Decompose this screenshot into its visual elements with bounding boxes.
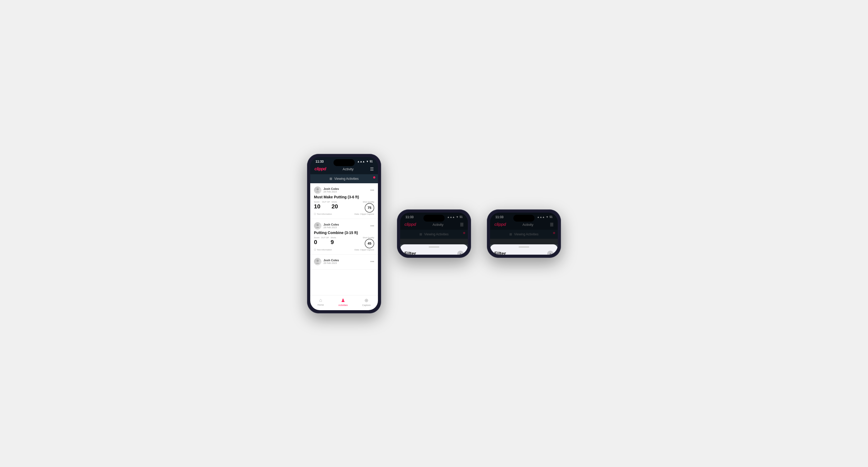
phone-1: 11:33 ▲▲▲ ▼ 51 clippd Activity ☰ ⊞ Viewi…	[307, 154, 381, 313]
stats-left-1: Score 10 OUT OF Shots 20	[314, 201, 338, 212]
stats-row-1: Score 10 OUT OF Shots 20	[314, 201, 338, 210]
nav-capture-1[interactable]: ⊕ Capture	[362, 298, 371, 307]
phone-3-screen: 11:33 ▲▲▲ ▼ 51 clippd Activity ☰ ⊞ Viewi…	[490, 213, 558, 255]
activity-item-1[interactable]: Josh Coles 28 Feb 2023 ••• Must Make Put…	[310, 183, 378, 219]
home-icon-1: ⌂	[319, 298, 322, 303]
capture-icon-1: ⊕	[365, 298, 368, 303]
activity-list-1: Josh Coles 28 Feb 2023 ••• Must Make Put…	[310, 183, 378, 295]
shots-label-2: Shots	[331, 237, 336, 239]
activities-label-1: Activities	[338, 304, 348, 307]
phone-2-screen: 11:33 ▲▲▲ ▼ 51 clippd Activity ☰ ⊞ Viewi…	[400, 213, 468, 255]
filter-overlay-3: Filter × Show Rounds Practice Drills Pra…	[490, 213, 558, 255]
scene: 11:33 ▲▲▲ ▼ 51 clippd Activity ☰ ⊞ Viewi…	[291, 138, 577, 329]
activity-item-3[interactable]: Josh Coles 28 Feb 2023 •••	[310, 255, 378, 270]
more-dots-2[interactable]: •••	[370, 224, 374, 228]
viewing-bar-1[interactable]: ⊞ Viewing Activities	[310, 174, 378, 183]
status-icons-1: ▲▲▲ ▼ 51	[357, 160, 373, 163]
wifi-icon-1: ▼	[366, 160, 369, 163]
out-of-2: OUT OF	[321, 237, 329, 239]
shots-value-2: 9	[331, 239, 334, 245]
filter-handle-bar-3	[490, 244, 558, 249]
shot-quality-group-1: Shot Quality 75	[363, 201, 374, 213]
filter-handle-3	[519, 246, 529, 248]
avatar-inner-1	[314, 187, 321, 193]
battery-icon-1: 51	[370, 160, 373, 163]
nav-activities-1[interactable]: ♟ Activities	[338, 298, 348, 307]
score-value-2: 0	[314, 239, 317, 245]
score-group-2: Score 0	[314, 237, 319, 246]
shot-quality-label-2: Shot Quality	[363, 237, 374, 239]
score-value-1: 10	[314, 203, 320, 210]
more-dots-3[interactable]: •••	[370, 259, 374, 263]
shots-group-1: Shots 20	[332, 201, 338, 210]
status-time-1: 11:33	[315, 160, 324, 163]
phone-2: 11:33 ▲▲▲ ▼ 51 clippd Activity ☰ ⊞ Viewi…	[397, 210, 471, 258]
avatar-2	[314, 222, 321, 229]
more-dots-1[interactable]: •••	[370, 188, 374, 192]
activity-title-2: Putting Combine (3-15 ft)	[314, 230, 374, 235]
shots-value-1: 20	[332, 203, 338, 210]
shot-quality-group-2: Shot Quality 45	[363, 237, 374, 248]
test-info-1: ⓘ Test Information	[314, 213, 332, 216]
filter-header-3: Filter ×	[490, 249, 558, 255]
user-date-3: 28 Feb 2023	[323, 262, 339, 264]
user-details-3: Josh Coles 28 Feb 2023	[323, 259, 339, 264]
user-details-2: Josh Coles 28 Feb 2023	[323, 223, 339, 229]
filter-header-2: Filter ×	[400, 249, 468, 255]
screen-content-1: Josh Coles 28 Feb 2023 ••• Must Make Put…	[310, 183, 378, 310]
score-label-1: Score	[314, 201, 320, 203]
data-source-2: Data: Clippd Capture	[354, 249, 374, 251]
menu-icon-1[interactable]: ☰	[370, 166, 374, 172]
signal-icon-1: ▲▲▲	[357, 160, 365, 163]
shot-quality-badge-2: 45	[365, 239, 374, 248]
stats-container-2: Score 0 OUT OF Shots 9	[314, 237, 374, 248]
info-icon-2: ⓘ	[314, 248, 316, 251]
shots-group-2: Shots 9	[331, 237, 336, 246]
filter-title-2: Filter	[404, 251, 416, 255]
svg-point-2	[317, 260, 319, 262]
filter-handle-2	[429, 246, 439, 248]
avatar-inner-3	[314, 258, 321, 265]
stats-row-2: Score 0 OUT OF Shots 9	[314, 237, 336, 246]
filter-close-btn-2[interactable]: ×	[457, 251, 464, 255]
info-icon-1: ⓘ	[314, 213, 316, 216]
activity-item-2[interactable]: Josh Coles 28 Feb 2023 ••• Putting Combi…	[310, 219, 378, 255]
svg-point-1	[317, 224, 319, 226]
shot-quality-label-1: Shot Quality	[363, 201, 374, 203]
user-name-3: Josh Coles	[323, 259, 339, 262]
filter-handle-bar-2	[400, 244, 468, 249]
viewing-bar-text-1: Viewing Activities	[334, 177, 359, 181]
filter-title-3: Filter	[494, 251, 506, 255]
user-info-3: Josh Coles 28 Feb 2023	[314, 258, 339, 265]
dynamic-island-1	[334, 159, 355, 166]
shot-quality-badge-1: 75	[365, 203, 374, 213]
activity-footer-1: ⓘ Test Information Data: Clippd Capture	[314, 213, 374, 216]
activity-item-2-header: Josh Coles 28 Feb 2023 •••	[314, 222, 374, 229]
notification-dot-1	[373, 176, 375, 179]
nav-home-1[interactable]: ⌂ Home	[317, 298, 324, 307]
filter-overlay-2: Filter × Show Rounds Practice Drills Rou…	[400, 213, 468, 255]
user-details-1: Josh Coles 28 Feb 2023	[323, 187, 339, 193]
phone-3: 11:33 ▲▲▲ ▼ 51 clippd Activity ☰ ⊞ Viewi…	[487, 210, 561, 258]
user-date-1: 28 Feb 2023	[323, 190, 339, 193]
activity-footer-2: ⓘ Test Information Data: Clippd Capture	[314, 248, 374, 251]
activity-item-3-header: Josh Coles 28 Feb 2023 •••	[314, 258, 374, 265]
stats-container-1: Score 10 OUT OF Shots 20	[314, 201, 374, 213]
filter-dim-2	[400, 213, 468, 244]
header-title-1: Activity	[342, 167, 353, 171]
user-date-2: 28 Feb 2023	[323, 226, 339, 229]
avatar-inner-2	[314, 222, 321, 229]
score-label-2: Score	[314, 237, 319, 239]
score-group-1: Score 10	[314, 201, 320, 210]
phone-1-screen: 11:33 ▲▲▲ ▼ 51 clippd Activity ☰ ⊞ Viewi…	[310, 157, 378, 310]
filter-sheet-2: Filter × Show Rounds Practice Drills Rou…	[400, 244, 468, 255]
test-info-2: ⓘ Test Information	[314, 248, 332, 251]
activity-item-1-header: Josh Coles 28 Feb 2023 •••	[314, 186, 374, 194]
filter-close-btn-3[interactable]: ×	[547, 251, 554, 255]
bottom-nav-1: ⌂ Home ♟ Activities ⊕ Capture	[310, 295, 378, 310]
filter-sheet-3: Filter × Show Rounds Practice Drills Pra…	[490, 244, 558, 255]
data-source-1: Data: Clippd Capture	[354, 213, 374, 215]
activity-title-1: Must Make Putting (3-6 ft)	[314, 195, 374, 199]
logo-1: clippd	[314, 166, 326, 172]
stats-left-2: Score 0 OUT OF Shots 9	[314, 237, 336, 247]
